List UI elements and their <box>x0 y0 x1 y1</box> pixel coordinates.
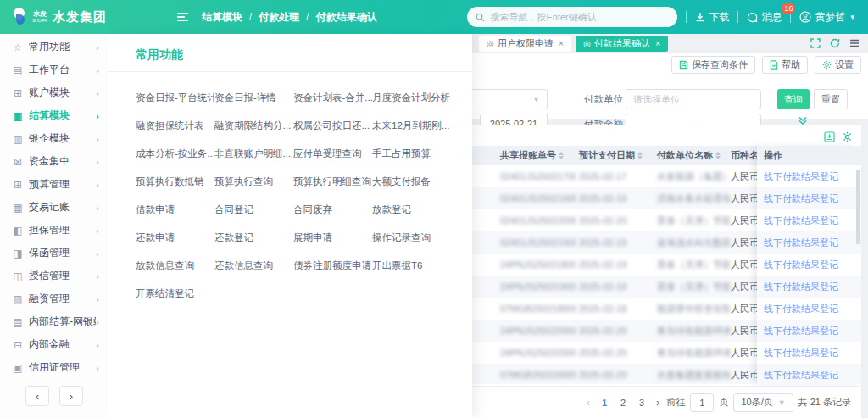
quick-link[interactable]: 手工占用预算 <box>372 140 451 168</box>
quick-link[interactable]: 预算执行数抵销 <box>136 168 214 196</box>
sidebar-item[interactable]: ◫授信管理› <box>0 265 108 287</box>
query-button[interactable]: 查询 <box>777 89 810 109</box>
menu-collapse-icon[interactable] <box>177 13 188 21</box>
breadcrumb-item[interactable]: 结算模块 <box>202 10 242 25</box>
quick-link[interactable]: 资金日报-平台统计 <box>136 84 214 112</box>
sidebar-item[interactable]: ⊞预算管理› <box>0 173 108 196</box>
sidebar-item[interactable]: ▣信用证管理› <box>0 356 108 379</box>
sidebar-item[interactable]: ◨保函管理› <box>0 242 108 265</box>
search-input[interactable] <box>490 12 651 22</box>
quick-link[interactable]: 合同废弃 <box>293 196 372 224</box>
quick-link[interactable]: 资金计划表-合并... <box>293 84 372 112</box>
fullscreen-icon[interactable] <box>810 38 821 48</box>
page-number[interactable]: 1 <box>597 398 612 408</box>
sidebar-item[interactable]: ▤工作平台› <box>0 59 108 81</box>
col-unit-name[interactable]: 付款单位名称 <box>657 146 721 165</box>
offline-payment-result-link[interactable]: 线下付款结果登记 <box>764 369 838 382</box>
quick-link[interactable]: 预算执行查询 <box>214 168 293 196</box>
tab-user-permission[interactable]: ◎ 用户权限申请 × <box>479 36 571 52</box>
offline-payment-result-link[interactable]: 线下付款结果登记 <box>764 237 838 249</box>
sidebar-item[interactable]: ☆常用功能› <box>0 36 108 59</box>
quick-link[interactable]: 未来12月到期刚... <box>372 112 451 140</box>
offline-payment-result-link[interactable]: 线下付款结果登记 <box>764 303 838 315</box>
quick-link[interactable]: 权属公司按日还... <box>293 112 372 140</box>
quick-link[interactable]: 合同登记 <box>214 196 293 224</box>
expand-filters-icon[interactable] <box>797 114 809 126</box>
breadcrumb-item[interactable]: 付款结果确认 <box>316 10 377 25</box>
quick-link[interactable]: 成本分析-按业务... <box>136 140 214 168</box>
offline-payment-result-link[interactable]: 线下付款结果登记 <box>764 281 838 293</box>
export-icon[interactable] <box>824 131 835 142</box>
sidebar-item[interactable]: ▤内部结算-网银端› <box>0 310 108 333</box>
quick-link[interactable]: 放款信息查询 <box>136 252 214 280</box>
save-query-button[interactable]: 保存查询条件 <box>671 56 755 74</box>
help-button[interactable]: 帮助 <box>762 56 808 74</box>
quick-link[interactable]: 预算执行明细查询 <box>293 168 372 196</box>
sort-icon[interactable] <box>715 152 721 159</box>
internal-finance-icon: ⊟ <box>12 339 24 351</box>
quick-link[interactable]: 月度资金计划分析 <box>372 84 451 112</box>
close-icon[interactable]: × <box>559 38 564 48</box>
quick-link[interactable]: 操作记录查询 <box>372 224 451 252</box>
sidebar-item[interactable]: ▥银企模块› <box>0 127 108 150</box>
quick-link[interactable]: 开出票据T6 <box>372 252 451 280</box>
offline-payment-result-link[interactable]: 线下付款结果登记 <box>764 259 838 271</box>
close-icon[interactable]: × <box>655 38 660 48</box>
quick-link[interactable]: 大额支付报备 <box>372 168 451 196</box>
pay-unit-input[interactable]: 请选择单位 <box>626 89 761 109</box>
sidebar-next-button[interactable]: › <box>59 386 83 406</box>
sidebar-item[interactable]: ▣结算模块› <box>0 104 108 127</box>
quick-link[interactable]: 应付单受理查询 <box>293 140 372 168</box>
hidden-filter-select[interactable]: ▼ <box>472 89 548 109</box>
page-number[interactable]: 2 <box>615 398 631 408</box>
reset-button[interactable]: 重置 <box>814 89 848 109</box>
download-button[interactable]: 下载 <box>695 10 729 25</box>
quick-link[interactable]: 债券注册额度申请 <box>293 252 372 280</box>
sort-icon[interactable] <box>559 152 564 159</box>
global-search[interactable] <box>467 7 677 27</box>
chevron-right-icon: › <box>96 88 99 98</box>
quick-link[interactable]: 还款申请 <box>136 224 214 252</box>
goto-page-input[interactable]: 1 <box>690 393 714 412</box>
breadcrumb-item[interactable]: 付款处理 <box>259 10 299 25</box>
sidebar-item[interactable]: ⊟内部金融› <box>0 333 108 356</box>
brand-name: 水发集团 <box>53 9 107 25</box>
messages-button[interactable]: 消息 16 <box>747 10 782 25</box>
offline-payment-result-link[interactable]: 线下付款结果登记 <box>764 347 838 359</box>
tab-payment-result[interactable]: ◎ 付款结果确认 × <box>576 36 668 52</box>
column-settings-gear-icon[interactable] <box>842 131 853 142</box>
offline-payment-result-link[interactable]: 线下付款结果登记 <box>764 170 838 183</box>
quick-link[interactable]: 还款登记 <box>214 224 293 252</box>
quick-link[interactable]: 开票结清登记 <box>136 280 214 308</box>
col-currency[interactable]: 币种名称 <box>731 146 757 165</box>
refresh-icon[interactable] <box>830 38 840 48</box>
sidebar-item[interactable]: ▧融资管理› <box>0 287 108 310</box>
user-menu[interactable]: 黄梦哲 ▾ <box>799 10 854 25</box>
page-size-select[interactable]: 10条/页 ▼ <box>733 393 793 412</box>
offline-payment-result-link[interactable]: 线下付款结果登记 <box>764 192 838 205</box>
quick-link[interactable]: 融资期限结构分... <box>214 112 293 140</box>
settings-button[interactable]: 设置 <box>815 56 861 74</box>
quick-link[interactable]: 还款信息查询 <box>214 252 293 280</box>
sidebar-prev-button[interactable]: ‹ <box>25 386 49 406</box>
quick-link[interactable]: 展期申请 <box>293 224 372 252</box>
quick-link[interactable]: 非直联账户明细... <box>214 140 293 168</box>
offline-payment-result-link[interactable]: 线下付款结果登记 <box>764 325 838 337</box>
sidebar-item[interactable]: ◧担保管理› <box>0 219 108 242</box>
page-next-icon[interactable]: › <box>654 396 661 409</box>
quick-link[interactable]: 资金日报-详情 <box>214 84 293 112</box>
quick-link[interactable]: 融资担保统计表 <box>136 112 214 140</box>
sidebar-item[interactable]: ⊞账户模块› <box>0 81 108 104</box>
offline-payment-result-link[interactable]: 线下付款结果登记 <box>764 215 838 227</box>
col-pay-date[interactable]: 预计支付日期 <box>579 146 643 165</box>
quick-link[interactable]: 放款登记 <box>372 196 451 224</box>
sidebar-item[interactable]: ▦交易记账› <box>0 196 108 219</box>
internal-settle-icon: ▤ <box>12 316 24 328</box>
sidebar-item[interactable]: ⊠资金集中› <box>0 150 108 173</box>
quick-link[interactable]: 借款申请 <box>136 196 214 224</box>
col-doc-no[interactable]: 共享报账单号 <box>500 146 564 165</box>
layout-menu-icon[interactable] <box>849 38 860 48</box>
page-number[interactable]: 3 <box>634 398 649 408</box>
page-prev-icon[interactable]: ‹ <box>585 396 592 409</box>
sort-icon[interactable] <box>637 152 643 159</box>
